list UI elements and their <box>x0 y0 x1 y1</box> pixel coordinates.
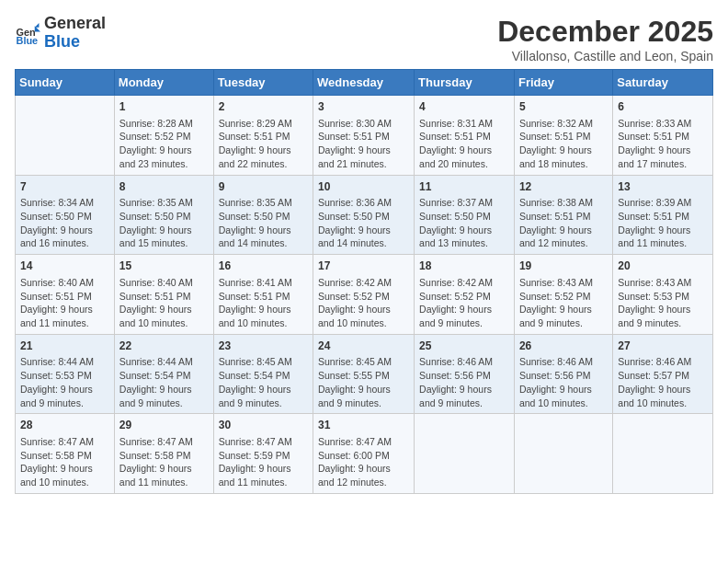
day-number: 22 <box>119 339 209 354</box>
day-number: 18 <box>419 259 509 274</box>
day-number: 25 <box>419 339 509 354</box>
calendar-cell <box>415 414 515 494</box>
day-number: 7 <box>20 179 109 195</box>
calendar-cell: 17Sunrise: 8:42 AMSunset: 5:52 PMDayligh… <box>313 255 415 335</box>
day-number: 27 <box>618 339 708 354</box>
day-info: Sunrise: 8:36 AMSunset: 5:50 PMDaylight:… <box>318 196 409 250</box>
calendar-cell <box>16 96 115 176</box>
day-info: Sunrise: 8:43 AMSunset: 5:53 PMDaylight:… <box>618 276 708 330</box>
logo-text: General Blue <box>44 15 106 52</box>
day-info: Sunrise: 8:35 AMSunset: 5:50 PMDaylight:… <box>219 196 308 250</box>
weekday-header: Monday <box>114 70 213 96</box>
calendar-week-row: 28Sunrise: 8:47 AMSunset: 5:58 PMDayligh… <box>16 414 713 494</box>
calendar-week-row: 1Sunrise: 8:28 AMSunset: 5:52 PMDaylight… <box>16 96 713 176</box>
calendar-cell: 18Sunrise: 8:42 AMSunset: 5:52 PMDayligh… <box>415 255 515 335</box>
calendar-cell <box>613 414 713 494</box>
day-info: Sunrise: 8:35 AMSunset: 5:50 PMDaylight:… <box>119 196 209 250</box>
weekday-header: Thursday <box>415 70 515 96</box>
day-number: 9 <box>219 179 308 195</box>
svg-text:Blue: Blue <box>17 35 39 46</box>
calendar-cell: 14Sunrise: 8:40 AMSunset: 5:51 PMDayligh… <box>16 255 115 335</box>
day-info: Sunrise: 8:46 AMSunset: 5:56 PMDaylight:… <box>419 355 509 409</box>
calendar-cell: 27Sunrise: 8:46 AMSunset: 5:57 PMDayligh… <box>613 334 713 414</box>
calendar-cell: 16Sunrise: 8:41 AMSunset: 5:51 PMDayligh… <box>213 255 313 335</box>
day-number: 5 <box>519 99 608 115</box>
calendar-cell: 9Sunrise: 8:35 AMSunset: 5:50 PMDaylight… <box>213 175 313 255</box>
calendar-cell: 15Sunrise: 8:40 AMSunset: 5:51 PMDayligh… <box>114 255 213 335</box>
calendar-cell: 21Sunrise: 8:44 AMSunset: 5:53 PMDayligh… <box>16 334 115 414</box>
day-info: Sunrise: 8:28 AMSunset: 5:52 PMDaylight:… <box>119 117 209 171</box>
day-number: 3 <box>318 99 409 115</box>
day-info: Sunrise: 8:31 AMSunset: 5:51 PMDaylight:… <box>419 117 509 171</box>
location: Villalonso, Castille and Leon, Spain <box>497 49 713 63</box>
day-number: 19 <box>519 259 608 274</box>
calendar-cell: 11Sunrise: 8:37 AMSunset: 5:50 PMDayligh… <box>415 175 515 255</box>
calendar-week-row: 7Sunrise: 8:34 AMSunset: 5:50 PMDaylight… <box>16 175 713 255</box>
day-number: 1 <box>119 99 209 115</box>
calendar-cell: 6Sunrise: 8:33 AMSunset: 5:51 PMDaylight… <box>613 96 713 176</box>
calendar-cell: 24Sunrise: 8:45 AMSunset: 5:55 PMDayligh… <box>313 334 415 414</box>
day-info: Sunrise: 8:40 AMSunset: 5:51 PMDaylight:… <box>119 276 209 330</box>
day-info: Sunrise: 8:47 AMSunset: 5:58 PMDaylight:… <box>20 435 109 489</box>
calendar-cell: 13Sunrise: 8:39 AMSunset: 5:51 PMDayligh… <box>613 175 713 255</box>
calendar-cell: 10Sunrise: 8:36 AMSunset: 5:50 PMDayligh… <box>313 175 415 255</box>
month-title: December 2025 <box>497 15 713 49</box>
weekday-header-row: SundayMondayTuesdayWednesdayThursdayFrid… <box>16 70 713 96</box>
day-info: Sunrise: 8:38 AMSunset: 5:51 PMDaylight:… <box>519 196 608 250</box>
day-number: 11 <box>419 179 509 195</box>
day-info: Sunrise: 8:47 AMSunset: 5:59 PMDaylight:… <box>219 435 308 489</box>
day-info: Sunrise: 8:40 AMSunset: 5:51 PMDaylight:… <box>20 276 109 330</box>
calendar-cell: 19Sunrise: 8:43 AMSunset: 5:52 PMDayligh… <box>514 255 612 335</box>
weekday-header: Tuesday <box>213 70 313 96</box>
calendar-cell: 25Sunrise: 8:46 AMSunset: 5:56 PMDayligh… <box>415 334 515 414</box>
day-number: 26 <box>519 339 608 354</box>
day-info: Sunrise: 8:47 AMSunset: 6:00 PMDaylight:… <box>318 435 409 489</box>
calendar-cell: 30Sunrise: 8:47 AMSunset: 5:59 PMDayligh… <box>213 414 313 494</box>
header: Gen Blue General Blue December 2025 Vill… <box>15 15 713 63</box>
day-info: Sunrise: 8:46 AMSunset: 5:57 PMDaylight:… <box>618 355 708 409</box>
day-info: Sunrise: 8:29 AMSunset: 5:51 PMDaylight:… <box>219 117 308 171</box>
weekday-header: Sunday <box>16 70 115 96</box>
logo: Gen Blue General Blue <box>15 15 106 52</box>
day-info: Sunrise: 8:41 AMSunset: 5:51 PMDaylight:… <box>219 276 308 330</box>
day-number: 20 <box>618 259 708 274</box>
day-info: Sunrise: 8:32 AMSunset: 5:51 PMDaylight:… <box>519 117 608 171</box>
day-info: Sunrise: 8:44 AMSunset: 5:53 PMDaylight:… <box>20 355 109 409</box>
calendar-cell: 4Sunrise: 8:31 AMSunset: 5:51 PMDaylight… <box>415 96 515 176</box>
day-number: 14 <box>20 259 109 274</box>
day-number: 24 <box>318 339 409 354</box>
title-block: December 2025 Villalonso, Castille and L… <box>497 15 713 63</box>
day-info: Sunrise: 8:30 AMSunset: 5:51 PMDaylight:… <box>318 117 409 171</box>
day-info: Sunrise: 8:34 AMSunset: 5:50 PMDaylight:… <box>20 196 109 250</box>
day-info: Sunrise: 8:46 AMSunset: 5:56 PMDaylight:… <box>519 355 608 409</box>
weekday-header: Wednesday <box>313 70 415 96</box>
calendar-cell: 22Sunrise: 8:44 AMSunset: 5:54 PMDayligh… <box>114 334 213 414</box>
day-info: Sunrise: 8:42 AMSunset: 5:52 PMDaylight:… <box>318 276 409 330</box>
calendar-week-row: 14Sunrise: 8:40 AMSunset: 5:51 PMDayligh… <box>16 255 713 335</box>
calendar-cell: 1Sunrise: 8:28 AMSunset: 5:52 PMDaylight… <box>114 96 213 176</box>
calendar-cell: 12Sunrise: 8:38 AMSunset: 5:51 PMDayligh… <box>514 175 612 255</box>
svg-marker-2 <box>35 23 40 28</box>
calendar-cell: 26Sunrise: 8:46 AMSunset: 5:56 PMDayligh… <box>514 334 612 414</box>
weekday-header: Friday <box>514 70 612 96</box>
calendar-cell: 7Sunrise: 8:34 AMSunset: 5:50 PMDaylight… <box>16 175 115 255</box>
day-info: Sunrise: 8:42 AMSunset: 5:52 PMDaylight:… <box>419 276 509 330</box>
day-number: 17 <box>318 259 409 274</box>
day-number: 6 <box>618 99 708 115</box>
day-number: 4 <box>419 99 509 115</box>
day-number: 23 <box>219 339 308 354</box>
calendar-cell: 2Sunrise: 8:29 AMSunset: 5:51 PMDaylight… <box>213 96 313 176</box>
day-number: 30 <box>219 418 308 433</box>
day-number: 15 <box>119 259 209 274</box>
day-info: Sunrise: 8:44 AMSunset: 5:54 PMDaylight:… <box>119 355 209 409</box>
weekday-header: Saturday <box>613 70 713 96</box>
calendar-cell: 8Sunrise: 8:35 AMSunset: 5:50 PMDaylight… <box>114 175 213 255</box>
day-number: 31 <box>318 418 409 433</box>
day-number: 29 <box>119 418 209 433</box>
day-info: Sunrise: 8:33 AMSunset: 5:51 PMDaylight:… <box>618 117 708 171</box>
calendar-cell: 3Sunrise: 8:30 AMSunset: 5:51 PMDaylight… <box>313 96 415 176</box>
logo-icon: Gen Blue <box>15 20 40 46</box>
calendar-table: SundayMondayTuesdayWednesdayThursdayFrid… <box>15 69 713 494</box>
calendar-cell: 20Sunrise: 8:43 AMSunset: 5:53 PMDayligh… <box>613 255 713 335</box>
calendar-cell: 5Sunrise: 8:32 AMSunset: 5:51 PMDaylight… <box>514 96 612 176</box>
